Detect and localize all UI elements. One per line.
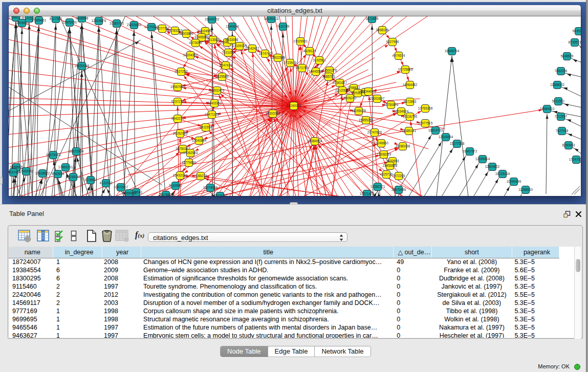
svg-text:5048539: 5048539 — [561, 54, 574, 58]
svg-text:5237236: 5237236 — [171, 100, 184, 103]
svg-text:21455818: 21455818 — [383, 164, 398, 167]
svg-text:14569450: 14569450 — [122, 191, 137, 195]
svg-text:17586173: 17586173 — [9, 16, 24, 19]
svg-text:18603892: 18603892 — [179, 32, 194, 35]
svg-text:4329726: 4329726 — [380, 172, 393, 176]
svg-text:19467972: 19467972 — [463, 149, 477, 153]
svg-text:17240013: 17240013 — [287, 104, 301, 107]
svg-text:7021059: 7021059 — [222, 51, 235, 54]
svg-text:9163966: 9163966 — [169, 184, 182, 187]
svg-text:13382271: 13382271 — [371, 185, 385, 188]
svg-text:12804802: 12804802 — [485, 165, 500, 168]
svg-text:12419876: 12419876 — [92, 19, 106, 23]
svg-text:16848764: 16848764 — [445, 49, 460, 53]
svg-text:19384554: 19384554 — [308, 139, 322, 143]
svg-text:4828129: 4828129 — [303, 49, 316, 53]
svg-text:18335133: 18335133 — [264, 17, 279, 20]
svg-text:2527253: 2527253 — [175, 70, 188, 73]
svg-text:15302033: 15302033 — [266, 112, 280, 115]
svg-text:10802479: 10802479 — [210, 89, 225, 92]
svg-text:8735573: 8735573 — [569, 40, 581, 44]
svg-text:3485785: 3485785 — [322, 75, 335, 78]
svg-text:17062983: 17062983 — [183, 151, 198, 155]
svg-text:17471155: 17471155 — [205, 113, 219, 116]
svg-text:19649252: 19649252 — [205, 17, 220, 21]
svg-text:15779680: 15779680 — [182, 161, 197, 164]
svg-text:1474740: 1474740 — [259, 52, 272, 55]
svg-text:17247008: 17247008 — [569, 158, 581, 161]
svg-text:20080038: 20080038 — [396, 144, 410, 148]
svg-text:6006240: 6006240 — [344, 96, 357, 100]
svg-text:3192561: 3192561 — [313, 58, 326, 62]
svg-text:5011591: 5011591 — [552, 99, 565, 103]
svg-text:7410789: 7410789 — [277, 25, 290, 28]
svg-text:4122352: 4122352 — [100, 181, 113, 185]
svg-text:8117561: 8117561 — [50, 17, 62, 20]
svg-text:19725823: 19725823 — [398, 68, 413, 71]
svg-text:4974574: 4974574 — [393, 54, 405, 57]
svg-text:15277538: 15277538 — [450, 142, 465, 145]
svg-text:7427048: 7427048 — [556, 129, 569, 133]
svg-text:16975033: 16975033 — [46, 153, 61, 157]
svg-text:2829589: 2829589 — [216, 75, 229, 78]
svg-text:11246860: 11246860 — [374, 141, 388, 145]
svg-text:14964482: 14964482 — [403, 83, 418, 86]
svg-text:9435707: 9435707 — [573, 29, 581, 33]
svg-text:21344644: 21344644 — [361, 90, 376, 93]
svg-text:9327906: 9327906 — [386, 40, 399, 43]
svg-text:8633068: 8633068 — [226, 38, 238, 41]
svg-text:18814783: 18814783 — [428, 128, 443, 132]
svg-text:1340614: 1340614 — [226, 25, 239, 28]
svg-text:21003642: 21003642 — [127, 23, 142, 27]
svg-text:19571470: 19571470 — [360, 192, 375, 195]
svg-text:11195028: 11195028 — [352, 109, 366, 113]
svg-text:7972205: 7972205 — [393, 174, 405, 178]
svg-text:9063933: 9063933 — [52, 172, 64, 176]
svg-text:12534584: 12534584 — [439, 135, 453, 139]
svg-text:11588032: 11588032 — [550, 83, 564, 86]
svg-text:4442270: 4442270 — [171, 117, 184, 120]
svg-text:9471768: 9471768 — [296, 66, 309, 70]
svg-text:9668868: 9668868 — [76, 16, 89, 20]
svg-text:7186218: 7186218 — [194, 174, 207, 178]
svg-text:1578587: 1578587 — [84, 178, 97, 182]
svg-text:13763368: 13763368 — [418, 106, 433, 110]
svg-text:7212597: 7212597 — [555, 115, 568, 118]
svg-text:21024974: 21024974 — [198, 29, 213, 33]
svg-text:10540844: 10540844 — [192, 139, 207, 142]
svg-text:10872907: 10872907 — [114, 185, 128, 189]
svg-text:8260663: 8260663 — [562, 143, 575, 147]
svg-text:17029931: 17029931 — [293, 39, 308, 43]
svg-text:10383781: 10383781 — [110, 21, 124, 25]
svg-text:21002697: 21002697 — [370, 97, 385, 100]
svg-text:21838219: 21838219 — [377, 152, 391, 156]
svg-text:11142417: 11142417 — [245, 47, 259, 50]
svg-text:12099514: 12099514 — [475, 157, 490, 161]
svg-text:18534624: 18534624 — [394, 110, 409, 113]
svg-text:11288560: 11288560 — [518, 188, 533, 191]
svg-text:14445510: 14445510 — [309, 70, 323, 73]
svg-text:20361617: 20361617 — [333, 81, 347, 84]
svg-text:12905950: 12905950 — [62, 20, 77, 24]
svg-text:8572803: 8572803 — [404, 100, 417, 103]
svg-text:18980610: 18980610 — [540, 107, 555, 111]
svg-text:20262398: 20262398 — [173, 132, 188, 135]
svg-text:16038242: 16038242 — [66, 175, 81, 179]
svg-text:3872694: 3872694 — [366, 17, 379, 20]
svg-text:7513505: 7513505 — [207, 38, 220, 41]
svg-text:10090446: 10090446 — [507, 180, 521, 183]
svg-text:12432194: 12432194 — [173, 173, 188, 177]
svg-text:19567645: 19567645 — [170, 85, 185, 89]
svg-text:20747626: 20747626 — [367, 130, 382, 134]
svg-text:22672904: 22672904 — [69, 149, 84, 153]
svg-text:17393952: 17393952 — [19, 169, 34, 173]
svg-text:11274569: 11274569 — [203, 186, 217, 189]
svg-text:22403353: 22403353 — [207, 101, 222, 105]
svg-text:15855251: 15855251 — [359, 118, 374, 122]
svg-text:16116756: 16116756 — [403, 115, 417, 118]
svg-text:23278801: 23278801 — [159, 193, 173, 196]
svg-text:18922599: 18922599 — [271, 56, 286, 59]
svg-text:16225164: 16225164 — [495, 172, 510, 176]
svg-text:15389141: 15389141 — [402, 129, 417, 133]
svg-text:20513767: 20513767 — [213, 194, 228, 196]
